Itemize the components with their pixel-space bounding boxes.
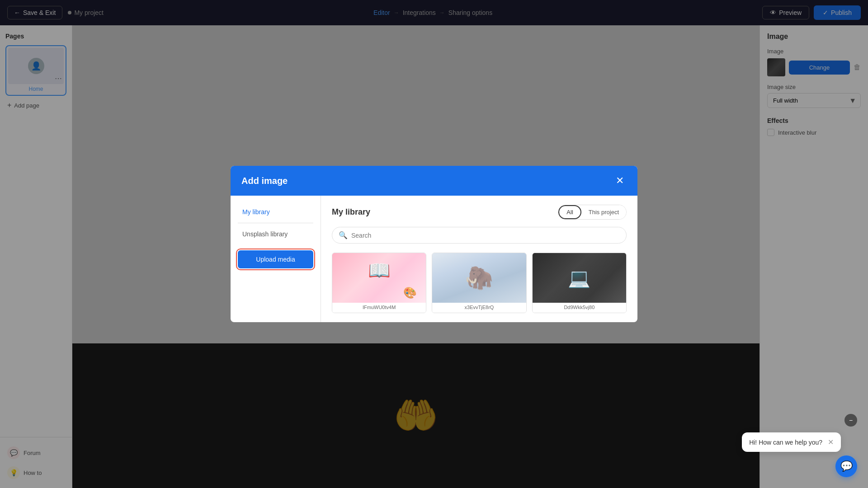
image-grid: IFmuWU0tv4M x3EvvTjE8rQ Dd9Wkk5vj80: [332, 253, 627, 313]
search-icon: 🔍: [339, 231, 348, 239]
modal-section-title: My library: [332, 207, 370, 217]
add-image-modal: Add image ✕ My library Unsplash library …: [231, 166, 637, 322]
filter-project-button[interactable]: This project: [581, 205, 626, 219]
search-input[interactable]: [351, 232, 620, 239]
filter-buttons-group: All This project: [558, 205, 627, 220]
image-grid-item-0[interactable]: IFmuWU0tv4M: [332, 253, 426, 313]
chat-fab-button[interactable]: 💬: [835, 455, 857, 477]
image-grid-item-1[interactable]: x3EvvTjE8rQ: [432, 253, 526, 313]
modal-title: Add image: [241, 176, 288, 186]
modal-overlay[interactable]: Add image ✕ My library Unsplash library …: [0, 0, 868, 488]
chat-bubble-close-button[interactable]: ✕: [828, 438, 834, 446]
upload-media-button[interactable]: Upload media: [238, 250, 313, 268]
image-thumb-blue: [432, 253, 526, 303]
image-thumb-pink: [332, 253, 426, 303]
nav-my-library[interactable]: My library: [238, 205, 313, 219]
chat-bubble-text: Hi! How can we help you?: [749, 439, 822, 446]
nav-unsplash-library[interactable]: Unsplash library: [238, 227, 313, 241]
chat-minimize-button[interactable]: −: [844, 414, 857, 427]
image-filename-2: Dd9Wkk5vj80: [533, 303, 626, 313]
image-filename-0: IFmuWU0tv4M: [332, 303, 426, 313]
modal-left-nav: My library Unsplash library Upload media: [231, 196, 321, 322]
modal-header: Add image ✕: [231, 166, 637, 196]
modal-close-button[interactable]: ✕: [613, 175, 627, 187]
modal-right-content: My library All This project 🔍 I: [321, 196, 637, 322]
search-bar: 🔍: [332, 227, 627, 244]
modal-right-header: My library All This project: [332, 205, 627, 220]
modal-body: My library Unsplash library Upload media…: [231, 196, 637, 322]
chat-bubble: Hi! How can we help you? ✕: [742, 432, 841, 452]
modal-nav-divider: [238, 223, 313, 223]
image-grid-item-2[interactable]: Dd9Wkk5vj80: [532, 253, 627, 313]
filter-all-button[interactable]: All: [558, 205, 581, 219]
image-filename-1: x3EvvTjE8rQ: [432, 303, 526, 313]
chat-fab-icon: 💬: [840, 460, 853, 472]
image-thumb-dark: [533, 253, 626, 303]
